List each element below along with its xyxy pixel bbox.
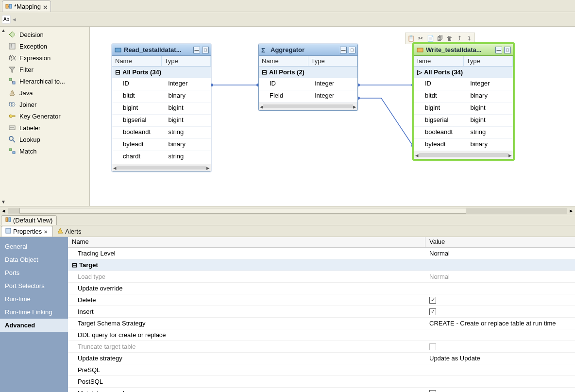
props-row-value[interactable]: CREATE - Create or replace table at run … [425,319,575,328]
palette-item-java[interactable]: Java [1,87,88,99]
palette-item-joiner[interactable]: Joiner [1,99,88,110]
props-row-value[interactable] [425,389,575,392]
palette-scroll-down-icon[interactable]: ▼ [1,199,7,205]
palette-item-labeler[interactable]: Labeler [1,122,88,134]
palette-item-filter[interactable]: Filter [1,64,88,75]
port-row[interactable]: chardtstring [112,151,211,163]
props-row-value[interactable]: ✓ [425,307,575,316]
props-row-value[interactable]: Normal [425,272,575,281]
duplicate-icon[interactable]: 🗐 [436,34,444,43]
palette-item-hierarchical-to-[interactable]: Hierarchical to... [1,75,88,87]
props-row[interactable]: Update strategyUpdate as Update [68,353,575,364]
props-side-data-object[interactable]: Data Object [0,253,68,266]
props-row[interactable]: Tracing LevelNormal [68,248,575,259]
paste-icon[interactable]: 📄 [426,34,435,43]
palette-item-exception[interactable]: !Exception [1,40,88,52]
text-tool-icon[interactable]: Ab [2,15,11,24]
props-row-value[interactable] [425,334,575,336]
maximize-icon[interactable]: □ [202,47,209,53]
mapping-tab[interactable]: *Mapping ✕ [2,0,51,12]
props-row[interactable]: Maintain row order [68,388,575,392]
props-row[interactable]: Truncate target table [68,341,575,353]
props-row[interactable]: Target Schema StrategyCREATE - Create or… [68,318,575,329]
port-row[interactable]: booleandtstring [112,127,211,139]
close-icon[interactable]: ✕ [43,4,48,9]
scroll-left-icon[interactable]: ◂ [2,207,5,214]
port-row[interactable]: bigintbigint [414,102,513,115]
col-type-header[interactable]: Type [464,56,513,66]
checkbox[interactable]: ✓ [429,297,436,304]
move-up-icon[interactable]: ⤴ [455,34,464,43]
props-row-value[interactable] [425,381,575,383]
delete-icon[interactable]: 🗑 [445,34,454,43]
props-row[interactable]: Delete✓ [68,294,575,306]
minimize-icon[interactable]: — [495,47,502,53]
collapse-icon[interactable]: ⊟ [72,261,77,269]
props-row[interactable]: DDL query for create or replace [68,329,575,341]
scroll-right-icon[interactable]: ▸ [570,207,573,214]
props-row[interactable]: PreSQL [68,364,575,376]
task-write[interactable]: Write_testalldata... — □ lame Type ▷ All… [414,44,513,159]
close-icon[interactable]: ✕ [44,229,49,234]
palette-item-key-generator[interactable]: Key Generator [1,110,88,122]
cut-icon[interactable]: ✂ [416,34,425,43]
palette-item-match[interactable]: Match [1,145,88,157]
port-row[interactable]: bigintbigint [112,102,211,115]
props-head-name[interactable]: Name [68,237,425,247]
all-ports-toggle[interactable]: ▷ All Ports (34) [414,67,513,78]
props-row-value[interactable]: Update as Update [425,354,575,363]
props-side-port-selectors[interactable]: Port Selectors [0,279,68,292]
move-down-icon[interactable]: ⤵ [465,34,474,43]
default-view-tab[interactable]: (Default View) [1,215,57,225]
palette-item-expression[interactable]: f(x)Expression [1,52,88,64]
port-row[interactable]: booleandtstring [414,127,513,139]
props-row-value[interactable] [425,288,575,290]
props-side-run-time[interactable]: Run-time [0,292,68,306]
maximize-icon[interactable]: □ [349,47,355,53]
props-row-value[interactable] [425,369,575,371]
port-row[interactable]: byteadtbinary [112,139,211,151]
col-name-header[interactable]: lame [414,56,464,66]
canvas-hscroll[interactable]: ◂ ▸ [0,206,575,215]
col-name-header[interactable]: Name [259,56,308,66]
task-read[interactable]: Read_testalldatat... — □ Name Type ⊟ All… [112,44,211,172]
props-head-value[interactable]: Value [425,237,575,247]
minimize-icon[interactable]: — [340,47,347,53]
task-aggregator[interactable]: Σ Aggregator — □ Name Type ⊟ All Ports (… [258,44,358,111]
port-row[interactable]: bitdtbinary [414,90,513,102]
port-row[interactable]: bigserialbigint [414,115,513,127]
props-row[interactable]: ⊟Target [68,259,575,271]
palette-item-lookup[interactable]: Lookup [1,134,88,145]
all-ports-toggle[interactable]: ⊟ All Ports (2) [259,67,357,78]
props-side-ports[interactable]: Ports [0,266,68,279]
port-row[interactable]: byteadtbinary [414,139,513,151]
maximize-icon[interactable]: □ [504,47,511,53]
props-row[interactable]: Insert✓ [68,306,575,318]
props-row[interactable]: PostSQL [68,376,575,388]
props-row[interactable]: Load typeNormal [68,271,575,283]
props-side-advanced[interactable]: Advanced [0,319,68,332]
port-row[interactable]: IDinteger [414,78,513,90]
col-name-header[interactable]: Name [112,56,162,66]
port-row[interactable]: Fieldinteger [259,90,357,102]
palette-scroll-up-icon[interactable]: ▲ [1,28,7,34]
col-type-header[interactable]: Type [162,56,211,66]
alerts-tab[interactable]: Alerts [53,226,85,237]
props-row-value[interactable]: ✓ [425,296,575,305]
properties-tab[interactable]: Properties ✕ [1,226,53,237]
mapping-canvas[interactable]: 📋 ✂ 📄 🗐 🗑 ⤴ ⤵ Read_testalldatat... — □ [90,27,575,206]
props-side-general[interactable]: General [0,240,68,253]
props-side-run-time-linking[interactable]: Run-time Linking [0,306,68,319]
port-row[interactable]: bigserialbigint [112,115,211,127]
port-row[interactable]: IDinteger [259,78,357,90]
copy-icon[interactable]: 📋 [406,34,415,43]
port-row[interactable]: bitdtbinary [112,90,211,102]
palette-item-decision[interactable]: Decision [1,29,88,40]
props-row[interactable]: Update override [68,283,575,294]
port-row[interactable]: IDinteger [112,78,211,90]
props-row-value[interactable] [425,342,575,351]
checkbox[interactable] [429,390,436,392]
checkbox[interactable]: ✓ [429,308,436,315]
all-ports-toggle[interactable]: ⊟ All Ports (34) [112,67,211,78]
col-type-header[interactable]: Type [308,56,358,66]
